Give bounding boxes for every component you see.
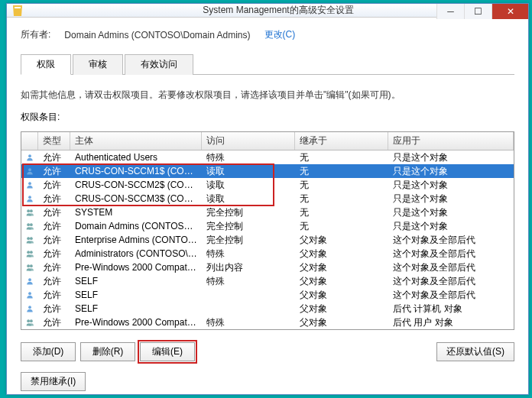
principal-icon <box>21 221 38 231</box>
owner-value: Domain Admins (CONTOSO\Domain Admins) <box>64 30 250 40</box>
restore-defaults-button[interactable]: 还原默认值(S) <box>436 342 514 361</box>
cell-apply: 只是这个对象 <box>388 165 514 178</box>
cell-access: 完全控制 <box>202 206 295 219</box>
advanced-security-dialog: System Management的高级安全设置 ─ ☐ ✕ 所有者: Doma… <box>6 3 529 395</box>
cell-apply: 这个对象及全部后代 <box>388 275 514 288</box>
cell-apply: 后代 用户 对象 <box>388 316 514 329</box>
svg-point-0 <box>28 154 31 157</box>
principal-icon <box>21 248 38 259</box>
table-row[interactable]: 允许Pre-Windows 2000 Compatible ...特殊父对象后代… <box>21 315 514 329</box>
svg-point-6 <box>27 223 30 226</box>
cell-access: 特殊 <box>202 275 295 288</box>
col-type[interactable]: 类型 <box>38 132 70 150</box>
svg-point-1 <box>28 168 31 171</box>
principal-icon <box>21 290 38 300</box>
cell-access: 完全控制 <box>202 234 295 247</box>
cell-type: 允许 <box>38 303 70 315</box>
svg-point-3 <box>28 196 31 199</box>
owner-label: 所有者: <box>21 28 50 41</box>
cell-inherit: 父对象 <box>295 316 388 329</box>
col-icon[interactable] <box>21 132 38 150</box>
disable-inheritance-button[interactable]: 禁用继承(I) <box>21 372 86 391</box>
table-row[interactable]: 允许SELF父对象后代 计算机 对象 <box>21 302 514 315</box>
table-row[interactable]: 允许Pre-Windows 2000 Compatible ...列出内容父对象… <box>21 260 514 274</box>
cell-principal: CRUS-CON-SCCM3$ (CONTOS... <box>70 193 202 204</box>
cell-principal: CRUS-CON-SCCM2$ (CONTOS... <box>70 180 202 190</box>
cell-apply: 这个对象及全部后代 <box>388 289 514 302</box>
svg-point-10 <box>27 251 30 254</box>
cell-principal: Domain Admins (CONTOSO\Do... <box>70 221 202 231</box>
permission-entries-label: 权限条目: <box>21 111 514 124</box>
table-row[interactable]: 允许CRUS-CON-SCCM3$ (CONTOS...读取无只是这个对象 <box>21 192 514 205</box>
cell-inherit: 父对象 <box>295 289 388 302</box>
table-row[interactable]: 允许Domain Admins (CONTOSO\Do...完全控制无只是这个对… <box>21 219 514 233</box>
principal-icon <box>21 166 38 176</box>
cell-principal: SELF <box>70 290 202 300</box>
svg-point-5 <box>30 209 33 212</box>
cell-apply: 后代 计算机 对象 <box>388 303 514 315</box>
cell-type: 允许 <box>38 151 70 164</box>
cell-inherit: 无 <box>295 220 388 233</box>
minimize-button[interactable]: ─ <box>436 4 464 19</box>
cell-type: 允许 <box>38 316 70 329</box>
svg-point-18 <box>30 319 33 322</box>
table-row[interactable]: 允许SELF父对象这个对象及全部后代 <box>21 288 514 302</box>
svg-point-9 <box>30 237 33 240</box>
table-row[interactable]: 允许SELF特殊父对象这个对象及全部后代 <box>21 274 514 288</box>
change-owner-link[interactable]: 更改(C) <box>264 28 296 41</box>
close-button[interactable]: ✕ <box>491 4 528 19</box>
cell-apply: 这个对象及全部后代 <box>388 261 514 274</box>
tab-effective-access[interactable]: 有效访问 <box>125 54 193 75</box>
svg-point-7 <box>30 223 33 226</box>
cell-apply: 只是这个对象 <box>388 193 514 205</box>
cell-access: 完全控制 <box>202 220 295 233</box>
cell-type: 允许 <box>38 234 70 247</box>
table-row[interactable]: 允许Authenticated Users特殊无只是这个对象 <box>21 150 514 164</box>
remove-button[interactable]: 删除(R) <box>80 342 135 361</box>
maximize-button[interactable]: ☐ <box>464 4 491 19</box>
permission-list: 类型 主体 访问 继承于 应用于 允许Authenticated Users特殊… <box>21 131 514 330</box>
titlebar: System Management的高级安全设置 ─ ☐ ✕ <box>7 4 528 18</box>
table-row[interactable]: 允许Administrators (CONTOSO\Ad...特殊父对象这个对象… <box>21 247 514 260</box>
list-body[interactable]: 允许Authenticated Users特殊无只是这个对象允许CRUS-CON… <box>21 150 514 329</box>
cell-inherit: 父对象 <box>295 234 388 247</box>
table-row[interactable]: 允许SYSTEM完全控制无只是这个对象 <box>21 205 514 219</box>
cell-type: 允许 <box>38 289 70 302</box>
cell-apply: 这个对象及全部后代 <box>388 248 514 260</box>
svg-point-14 <box>28 278 31 281</box>
svg-point-17 <box>27 319 30 322</box>
col-inherit[interactable]: 继承于 <box>295 132 388 150</box>
table-row[interactable]: 允许Enterprise Admins (CONTOSO...完全控制父对象这个… <box>21 233 514 247</box>
svg-point-15 <box>28 292 31 295</box>
table-row[interactable]: 允许CRUS-CON-SCCM2$ (CONTOS...读取无只是这个对象 <box>21 178 514 192</box>
cell-type: 允许 <box>38 206 70 219</box>
cell-principal: SYSTEM <box>70 207 202 218</box>
cell-inherit: 父对象 <box>295 261 388 274</box>
principal-icon <box>21 303 38 314</box>
cell-type: 允许 <box>38 261 70 274</box>
cell-apply: 这个对象及全部后代 <box>388 234 514 247</box>
tab-auditing[interactable]: 审核 <box>73 54 123 75</box>
col-access[interactable]: 访问 <box>202 132 295 150</box>
cell-apply: 只是这个对象 <box>388 220 514 233</box>
edit-button[interactable]: 编辑(E) <box>140 342 195 361</box>
cell-access: 读取 <box>202 165 295 178</box>
cell-type: 允许 <box>38 220 70 233</box>
cell-access: 读取 <box>202 179 295 192</box>
principal-icon <box>21 207 38 218</box>
cell-inherit: 父对象 <box>295 303 388 315</box>
cell-inherit: 无 <box>295 165 388 178</box>
cell-principal: Administrators (CONTOSO\Ad... <box>70 248 202 259</box>
cell-type: 允许 <box>38 275 70 288</box>
add-button[interactable]: 添加(D) <box>21 342 76 361</box>
cell-principal: Pre-Windows 2000 Compatible ... <box>70 317 202 328</box>
cell-type: 允许 <box>38 193 70 205</box>
cell-apply: 只是这个对象 <box>388 179 514 192</box>
col-principal[interactable]: 主体 <box>70 132 202 150</box>
svg-point-11 <box>30 251 33 254</box>
col-apply[interactable]: 应用于 <box>388 132 514 150</box>
cell-principal: Authenticated Users <box>70 152 202 163</box>
table-row[interactable]: 允许CRUS-CON-SCCM1$ (CONTOS...读取无只是这个对象 <box>21 164 514 178</box>
principal-icon <box>21 317 38 328</box>
tab-permissions[interactable]: 权限 <box>21 54 71 75</box>
